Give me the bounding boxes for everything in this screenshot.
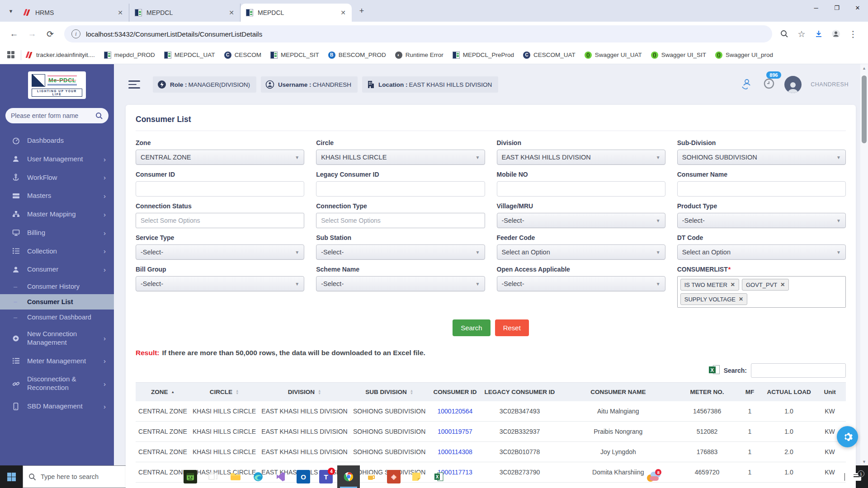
bookmark-item[interactable]: mepdcl_PROD bbox=[104, 52, 155, 59]
sidebar-item-collection[interactable]: Collection› bbox=[0, 242, 114, 261]
sub-division-select[interactable]: SOHIONG SUBDIVISION▼ bbox=[677, 150, 846, 165]
taskbar-app-assistant[interactable] bbox=[179, 465, 202, 488]
connection-status-multiselect[interactable] bbox=[136, 213, 304, 228]
sidebar-item-consumer-list[interactable]: –Consumer List bbox=[0, 294, 114, 310]
consumer-id-link[interactable]: 1000120564 bbox=[428, 401, 481, 422]
site-info-icon[interactable]: i bbox=[71, 29, 80, 38]
sidebar-item-new-connection-management[interactable]: New Connection Management› bbox=[0, 325, 114, 352]
tab-close-icon[interactable]: ✕ bbox=[339, 9, 347, 17]
sub-station-select[interactable]: -Select-▼ bbox=[316, 244, 485, 260]
tab-search-chevron-icon[interactable]: ▾ bbox=[4, 4, 18, 18]
chrome-button[interactable] bbox=[337, 465, 360, 488]
settings-fab-button[interactable] bbox=[837, 426, 858, 447]
profile-name[interactable]: CHANDRESH bbox=[811, 81, 849, 88]
bill-group-select[interactable]: -Select-▼ bbox=[136, 276, 304, 291]
col-unit[interactable]: Unit bbox=[814, 383, 846, 402]
excel-button[interactable]: X bbox=[428, 465, 450, 488]
scroll-up-icon[interactable]: ▲ bbox=[860, 64, 868, 72]
hamburger-menu-icon[interactable] bbox=[128, 78, 140, 91]
bookmark-item[interactable]: MEPDCL_UAT bbox=[164, 52, 215, 59]
reset-button[interactable]: Reset bbox=[495, 319, 529, 336]
edge-button[interactable] bbox=[247, 465, 269, 488]
mobile-no-input[interactable] bbox=[497, 181, 665, 197]
remove-tag-icon[interactable]: ✕ bbox=[780, 282, 785, 288]
sidebar-item-consumer[interactable]: Consumer› bbox=[0, 260, 114, 279]
consumerlist-multiselect[interactable]: IS TWO METER✕ GOVT_PVT✕ SUPPLY VOLTAGE✕ bbox=[677, 276, 846, 308]
outlook-button[interactable]: O bbox=[292, 465, 315, 488]
new-tab-button[interactable]: + bbox=[355, 5, 368, 17]
menu-kebab-icon[interactable]: ⋮ bbox=[845, 26, 861, 42]
taskbar-app-amber[interactable] bbox=[360, 465, 382, 488]
sidebar-item-workflow[interactable]: WorkFlow› bbox=[0, 169, 114, 187]
product-type-select[interactable]: -Select-▼ bbox=[677, 213, 846, 228]
sidebar-item-sbd-management[interactable]: SBD Management› bbox=[0, 397, 114, 416]
dt-code-select[interactable]: Select an Option▼ bbox=[677, 244, 846, 260]
zone-select[interactable]: CENTRAL ZONE▼ bbox=[136, 150, 304, 165]
col-consumer-id[interactable]: CONSUMER ID bbox=[428, 383, 481, 402]
sticky-notes-button[interactable] bbox=[405, 465, 428, 488]
col-consumer-name[interactable]: CONSUMER NAME bbox=[558, 383, 679, 402]
excel-export-icon[interactable]: X bbox=[709, 365, 720, 376]
sidebar-item-meter-management[interactable]: Meter Management› bbox=[0, 352, 114, 371]
bookmark-star-icon[interactable]: ☆ bbox=[794, 26, 809, 42]
bookmark-item[interactable]: ◐Runtime Error bbox=[395, 52, 443, 59]
browser-scrollbar[interactable]: ▲ ▼ bbox=[860, 64, 868, 465]
sidebar-item-master-mapping[interactable]: Master Mapping› bbox=[0, 205, 114, 224]
open-access-select[interactable]: -Select-▼ bbox=[497, 276, 665, 291]
weather-widget[interactable]: 8 24°C Partly cloudy bbox=[642, 471, 726, 483]
avatar[interactable] bbox=[784, 76, 802, 93]
table-search-input[interactable] bbox=[751, 363, 846, 378]
bookmark-item[interactable]: CCESCOM_UAT bbox=[523, 52, 576, 59]
reload-icon[interactable]: ⟳ bbox=[42, 26, 58, 42]
sidebar-item-disconnection-reconnection[interactable]: Disconnection & Reconnection› bbox=[0, 370, 114, 397]
file-explorer-button[interactable] bbox=[224, 465, 247, 488]
session-timer[interactable]: 896 bbox=[763, 77, 775, 92]
download-icon[interactable] bbox=[811, 26, 826, 42]
bookmark-item[interactable]: tracker.ideainfinityit.... bbox=[26, 52, 95, 59]
bookmark-item[interactable]: {}Swagger UI_UAT bbox=[585, 52, 642, 59]
consumer-id-link[interactable]: 1000114308 bbox=[428, 442, 481, 462]
task-view-button[interactable] bbox=[202, 465, 224, 488]
village-mru-select[interactable]: -Select-▼ bbox=[497, 213, 665, 228]
tab-close-icon[interactable]: ✕ bbox=[116, 9, 124, 17]
bookmark-item[interactable]: MEPDCL_SIT bbox=[270, 52, 319, 59]
col-actual-load[interactable]: ACTUAL LOAD bbox=[764, 383, 814, 402]
profile-icon[interactable] bbox=[828, 26, 844, 42]
tab-mepdcl-1[interactable]: MEPDCL ✕ bbox=[129, 4, 241, 22]
zoom-icon[interactable] bbox=[777, 26, 792, 42]
connection-type-multiselect[interactable] bbox=[316, 213, 485, 228]
circle-select[interactable]: KHASI HILLS CIRCLE▼ bbox=[316, 150, 485, 165]
sidebar-item-consumer-dashboard[interactable]: –Consumer Dashboard bbox=[0, 310, 114, 325]
scroll-down-icon[interactable]: ▼ bbox=[860, 458, 868, 465]
col-mf[interactable]: MF bbox=[736, 383, 764, 402]
form-name-search-input[interactable] bbox=[11, 112, 95, 119]
bookmark-item[interactable]: CCESCOM bbox=[224, 52, 261, 59]
switch-user-icon[interactable] bbox=[740, 77, 754, 92]
address-bar[interactable]: i localhost:53432/ConsumerListDetails/Co… bbox=[64, 25, 772, 42]
notification-center-button[interactable]: 1 bbox=[844, 473, 868, 481]
sidebar-item-billing[interactable]: Billing› bbox=[0, 224, 114, 242]
back-icon[interactable]: ← bbox=[6, 26, 22, 42]
teams-button[interactable]: T4 bbox=[315, 465, 337, 488]
consumer-id-link[interactable]: 1000119757 bbox=[428, 422, 481, 442]
bookmark-item[interactable]: MEPDCL_PreProd bbox=[453, 52, 514, 59]
bookmark-item[interactable]: {}Swagger UI_prod bbox=[715, 52, 773, 59]
sidebar-item-user-management[interactable]: User Management› bbox=[0, 150, 114, 169]
search-button[interactable]: Search bbox=[453, 319, 491, 336]
scrollbar-thumb[interactable] bbox=[862, 75, 867, 143]
consumer-name-input[interactable] bbox=[677, 181, 846, 197]
col-division[interactable]: DIVISION▲▼ bbox=[259, 383, 350, 402]
visual-studio-button[interactable] bbox=[269, 465, 292, 488]
sidebar-item-masters[interactable]: Masters› bbox=[0, 187, 114, 205]
close-window-button[interactable]: ✕ bbox=[847, 0, 868, 15]
consumer-id-input[interactable] bbox=[136, 181, 304, 197]
feeder-code-select[interactable]: Select an Option▼ bbox=[497, 244, 665, 260]
remove-tag-icon[interactable]: ✕ bbox=[739, 296, 743, 302]
forward-icon[interactable]: → bbox=[24, 26, 40, 42]
remove-tag-icon[interactable]: ✕ bbox=[731, 282, 735, 288]
bookmark-item[interactable]: BBESCOM_PROD bbox=[328, 52, 386, 59]
service-type-select[interactable]: -Select-▼ bbox=[136, 244, 304, 260]
col-legacy-consumer-id[interactable]: LEGACY CONSUMER ID bbox=[481, 383, 557, 402]
col-sub-division[interactable]: SUB DIVISION▲▼ bbox=[350, 383, 429, 402]
tab-close-icon[interactable]: ✕ bbox=[227, 9, 236, 17]
